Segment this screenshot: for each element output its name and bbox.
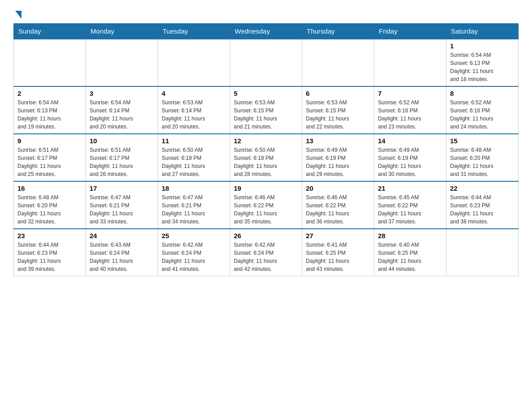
day-info: Sunrise: 6:46 AM Sunset: 6:22 PM Dayligh…: [234, 193, 298, 226]
logo: [13, 9, 21, 19]
calendar-week-row: 2Sunrise: 6:54 AM Sunset: 6:13 PM Daylig…: [14, 86, 519, 134]
day-number: 1: [450, 42, 515, 50]
day-info: Sunrise: 6:46 AM Sunset: 6:22 PM Dayligh…: [306, 193, 370, 226]
day-number: 17: [90, 184, 154, 192]
calendar-day-cell: 2Sunrise: 6:54 AM Sunset: 6:13 PM Daylig…: [14, 86, 86, 134]
calendar-day-cell: 19Sunrise: 6:46 AM Sunset: 6:22 PM Dayli…: [230, 181, 302, 229]
calendar-day-cell: 22Sunrise: 6:44 AM Sunset: 6:23 PM Dayli…: [446, 181, 519, 229]
day-number: 27: [306, 232, 370, 240]
day-number: 25: [162, 232, 226, 240]
calendar-day-cell: 6Sunrise: 6:53 AM Sunset: 6:15 PM Daylig…: [302, 86, 374, 134]
calendar-day-cell: 5Sunrise: 6:53 AM Sunset: 6:15 PM Daylig…: [230, 86, 302, 134]
day-number: 19: [234, 184, 298, 192]
calendar-week-row: 23Sunrise: 6:44 AM Sunset: 6:23 PM Dayli…: [14, 229, 519, 276]
calendar-table: SundayMondayTuesdayWednesdayThursdayFrid…: [13, 23, 519, 276]
day-info: Sunrise: 6:53 AM Sunset: 6:15 PM Dayligh…: [234, 98, 298, 131]
day-info: Sunrise: 6:51 AM Sunset: 6:17 PM Dayligh…: [90, 146, 154, 178]
day-info: Sunrise: 6:54 AM Sunset: 6:13 PM Dayligh…: [450, 51, 515, 83]
day-number: 10: [90, 137, 154, 145]
day-info: Sunrise: 6:47 AM Sunset: 6:21 PM Dayligh…: [162, 193, 226, 226]
calendar-day-cell: 25Sunrise: 6:42 AM Sunset: 6:24 PM Dayli…: [158, 229, 230, 276]
day-number: 2: [17, 90, 82, 97]
day-number: 18: [162, 184, 226, 192]
calendar-day-header: Thursday: [302, 24, 374, 39]
calendar-day-header: Friday: [374, 24, 446, 39]
calendar-header-row: SundayMondayTuesdayWednesdayThursdayFrid…: [14, 24, 519, 39]
day-number: 6: [306, 90, 370, 97]
day-info: Sunrise: 6:50 AM Sunset: 6:18 PM Dayligh…: [162, 146, 226, 178]
day-number: 20: [306, 184, 370, 192]
day-info: Sunrise: 6:49 AM Sunset: 6:19 PM Dayligh…: [378, 146, 442, 178]
day-info: Sunrise: 6:43 AM Sunset: 6:24 PM Dayligh…: [90, 241, 154, 273]
day-info: Sunrise: 6:52 AM Sunset: 6:16 PM Dayligh…: [378, 98, 442, 131]
calendar-day-cell: 1Sunrise: 6:54 AM Sunset: 6:13 PM Daylig…: [446, 39, 519, 86]
calendar-day-cell: 23Sunrise: 6:44 AM Sunset: 6:23 PM Dayli…: [14, 229, 86, 276]
calendar-day-cell: 17Sunrise: 6:47 AM Sunset: 6:21 PM Dayli…: [86, 181, 158, 229]
day-info: Sunrise: 6:50 AM Sunset: 6:18 PM Dayligh…: [234, 146, 298, 178]
day-number: 4: [162, 90, 226, 97]
calendar-day-cell: 24Sunrise: 6:43 AM Sunset: 6:24 PM Dayli…: [86, 229, 158, 276]
day-number: 23: [17, 232, 82, 240]
logo-arrow-icon: [15, 11, 21, 19]
calendar-day-cell: 13Sunrise: 6:49 AM Sunset: 6:19 PM Dayli…: [302, 134, 374, 181]
day-number: 9: [17, 137, 82, 145]
day-number: 11: [162, 137, 226, 145]
day-number: 12: [234, 137, 298, 145]
day-info: Sunrise: 6:53 AM Sunset: 6:14 PM Dayligh…: [162, 98, 226, 131]
day-info: Sunrise: 6:47 AM Sunset: 6:21 PM Dayligh…: [90, 193, 154, 226]
calendar-week-row: 9Sunrise: 6:51 AM Sunset: 6:17 PM Daylig…: [14, 134, 519, 181]
calendar-day-cell: 3Sunrise: 6:54 AM Sunset: 6:14 PM Daylig…: [86, 86, 158, 134]
calendar-day-cell: 4Sunrise: 6:53 AM Sunset: 6:14 PM Daylig…: [158, 86, 230, 134]
calendar-day-header: Monday: [86, 24, 158, 39]
calendar-day-cell: 18Sunrise: 6:47 AM Sunset: 6:21 PM Dayli…: [158, 181, 230, 229]
calendar-day-cell: [374, 39, 446, 86]
calendar-day-cell: 9Sunrise: 6:51 AM Sunset: 6:17 PM Daylig…: [14, 134, 86, 181]
day-info: Sunrise: 6:51 AM Sunset: 6:17 PM Dayligh…: [17, 146, 82, 178]
calendar-day-cell: 15Sunrise: 6:48 AM Sunset: 6:20 PM Dayli…: [446, 134, 519, 181]
day-info: Sunrise: 6:42 AM Sunset: 6:24 PM Dayligh…: [162, 241, 226, 273]
day-number: 16: [17, 184, 82, 192]
day-number: 28: [378, 232, 442, 240]
calendar-week-row: 1Sunrise: 6:54 AM Sunset: 6:13 PM Daylig…: [14, 39, 519, 86]
calendar-day-header: Tuesday: [158, 24, 230, 39]
day-info: Sunrise: 6:44 AM Sunset: 6:23 PM Dayligh…: [17, 241, 82, 273]
calendar-day-header: Sunday: [14, 24, 86, 39]
day-info: Sunrise: 6:41 AM Sunset: 6:25 PM Dayligh…: [306, 241, 370, 273]
calendar-day-cell: 20Sunrise: 6:46 AM Sunset: 6:22 PM Dayli…: [302, 181, 374, 229]
calendar-day-cell: 28Sunrise: 6:40 AM Sunset: 6:25 PM Dayli…: [374, 229, 446, 276]
day-info: Sunrise: 6:49 AM Sunset: 6:19 PM Dayligh…: [306, 146, 370, 178]
calendar-day-cell: [14, 39, 86, 86]
calendar-day-cell: [446, 229, 519, 276]
day-number: 24: [90, 232, 154, 240]
calendar-day-cell: [230, 39, 302, 86]
calendar-day-header: Wednesday: [230, 24, 302, 39]
calendar-day-cell: 8Sunrise: 6:52 AM Sunset: 6:16 PM Daylig…: [446, 86, 519, 134]
day-number: 5: [234, 90, 298, 97]
day-number: 3: [90, 90, 154, 97]
day-number: 14: [378, 137, 442, 145]
calendar-day-cell: [302, 39, 374, 86]
calendar-day-cell: 12Sunrise: 6:50 AM Sunset: 6:18 PM Dayli…: [230, 134, 302, 181]
day-number: 22: [450, 184, 515, 192]
day-info: Sunrise: 6:54 AM Sunset: 6:13 PM Dayligh…: [17, 98, 82, 131]
calendar-day-cell: 27Sunrise: 6:41 AM Sunset: 6:25 PM Dayli…: [302, 229, 374, 276]
day-info: Sunrise: 6:53 AM Sunset: 6:15 PM Dayligh…: [306, 98, 370, 131]
calendar-day-cell: 26Sunrise: 6:42 AM Sunset: 6:24 PM Dayli…: [230, 229, 302, 276]
calendar-day-cell: 7Sunrise: 6:52 AM Sunset: 6:16 PM Daylig…: [374, 86, 446, 134]
day-number: 7: [378, 90, 442, 97]
day-info: Sunrise: 6:52 AM Sunset: 6:16 PM Dayligh…: [450, 98, 515, 131]
page-header: [13, 9, 519, 19]
day-info: Sunrise: 6:44 AM Sunset: 6:23 PM Dayligh…: [450, 193, 515, 226]
calendar-day-cell: [86, 39, 158, 86]
day-info: Sunrise: 6:40 AM Sunset: 6:25 PM Dayligh…: [378, 241, 442, 273]
calendar-day-cell: 14Sunrise: 6:49 AM Sunset: 6:19 PM Dayli…: [374, 134, 446, 181]
calendar-day-header: Saturday: [446, 24, 519, 39]
day-number: 8: [450, 90, 515, 97]
calendar-day-cell: 10Sunrise: 6:51 AM Sunset: 6:17 PM Dayli…: [86, 134, 158, 181]
day-info: Sunrise: 6:42 AM Sunset: 6:24 PM Dayligh…: [234, 241, 298, 273]
calendar-day-cell: 21Sunrise: 6:45 AM Sunset: 6:22 PM Dayli…: [374, 181, 446, 229]
day-info: Sunrise: 6:48 AM Sunset: 6:20 PM Dayligh…: [17, 193, 82, 226]
calendar-day-cell: 11Sunrise: 6:50 AM Sunset: 6:18 PM Dayli…: [158, 134, 230, 181]
day-info: Sunrise: 6:45 AM Sunset: 6:22 PM Dayligh…: [378, 193, 442, 226]
day-number: 26: [234, 232, 298, 240]
